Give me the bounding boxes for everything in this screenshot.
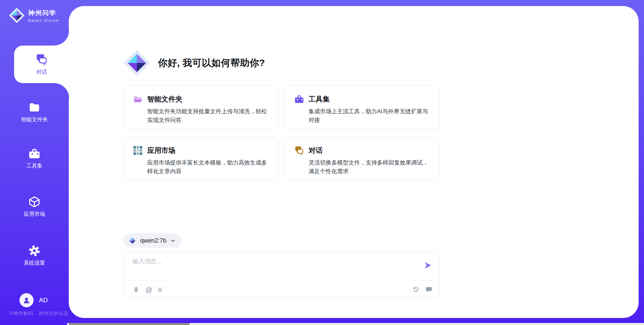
user-profile[interactable]: AD — [19, 293, 48, 307]
model-name: qwen2:7b — [140, 237, 166, 244]
chat-bubbles-icon — [294, 145, 304, 155]
app-subtitle: Smart Vision — [28, 18, 59, 22]
horizontal-scrollbar[interactable] — [67, 323, 644, 325]
toolbox-icon — [294, 94, 304, 104]
topic-button[interactable]: # — [158, 286, 162, 293]
app-title: 神州问学 — [28, 9, 59, 17]
toolbox-icon — [28, 147, 41, 160]
folder-icon — [28, 101, 41, 114]
sidebar-item-label: 应用市场 — [24, 211, 45, 218]
card-smart-folders[interactable]: 智能文件夹 智能文件夹功能支持批量文件上传与清洗，轻松实现文件问答 — [123, 85, 278, 129]
sidebar-item-chat[interactable]: 对话 — [14, 46, 69, 83]
sidebar-item-system-settings[interactable]: 系统设置 — [0, 245, 69, 273]
mention-button[interactable]: @ — [145, 286, 152, 293]
card-description: 集成市场上主流工具，助力AI与外界无缝扩展与对接 — [309, 107, 431, 125]
active-tab-bottom-curve — [54, 83, 69, 98]
message-input[interactable] — [132, 257, 411, 277]
app-logo: 神州问学 Smart Vision — [9, 7, 59, 23]
history-clock-icon — [413, 286, 420, 293]
app-screen: 神州问学 Smart Vision 对话 智能文件夹 工具集 应用市场 系统设置 — [0, 0, 644, 325]
at-icon: @ — [145, 286, 152, 293]
chat-bubbles-icon — [35, 53, 48, 66]
user-name: AD — [39, 297, 48, 304]
copyright-text: ©神州数码 · 神州问学出品 — [9, 311, 69, 317]
scrollbar-thumb[interactable] — [69, 323, 190, 325]
paperclip-icon — [132, 286, 140, 293]
card-app-market[interactable]: 应用市场 应用市场提供丰富长文本模板，助力高效生成多样化文章内容 — [123, 137, 278, 181]
sidebar-item-smart-folders[interactable]: 智能文件夹 — [0, 101, 69, 130]
send-button[interactable] — [424, 261, 432, 270]
app-grid-icon — [133, 145, 143, 155]
user-icon — [22, 296, 31, 305]
greeting-text: 你好, 我可以如何帮助你? — [158, 57, 265, 69]
sidebar: 神州问学 Smart Vision 对话 智能文件夹 工具集 应用市场 系统设置 — [0, 0, 69, 325]
sidebar-item-app-market[interactable]: 应用市场 — [0, 196, 69, 224]
sidebar-item-toolset[interactable]: 工具集 — [0, 147, 69, 176]
message-composer: @ # — [123, 252, 440, 298]
card-description: 灵活切换多模型文件，支持多样回复效果调试，满足个性化需求 — [309, 158, 431, 176]
cube-icon — [28, 196, 41, 208]
conversation-list-button[interactable] — [425, 286, 432, 293]
send-icon — [424, 261, 432, 270]
sidebar-item-label: 对话 — [36, 69, 47, 76]
card-title: 工具集 — [309, 94, 330, 104]
attach-file-button[interactable] — [132, 286, 140, 293]
folder-open-icon — [133, 94, 143, 104]
sidebar-item-label: 系统设置 — [24, 260, 45, 267]
chevron-down-icon — [170, 238, 176, 244]
greeting-gem-icon — [123, 49, 151, 77]
card-chat[interactable]: 对话 灵活切换多模型文件，支持多样回复效果调试，满足个性化需求 — [284, 137, 440, 181]
card-title: 智能文件夹 — [147, 94, 182, 104]
chat-bubble-icon — [425, 286, 432, 293]
sidebar-item-label: 智能文件夹 — [21, 116, 48, 123]
card-title: 对话 — [309, 146, 323, 155]
card-description: 应用市场提供丰富长文本模板，助力高效生成多样化文章内容 — [147, 158, 269, 176]
sidebar-item-label: 工具集 — [26, 162, 43, 170]
composer-divider — [129, 280, 434, 280]
gear-icon — [28, 245, 41, 257]
avatar — [19, 293, 34, 307]
brand-gem-icon — [9, 7, 25, 23]
card-toolset[interactable]: 工具集 集成市场上主流工具，助力AI与外界无缝扩展与对接 — [284, 85, 440, 129]
model-gem-icon — [128, 236, 137, 245]
hash-icon: # — [158, 286, 162, 293]
feature-cards: 智能文件夹 智能文件夹功能支持批量文件上传与清洗，轻松实现文件问答 工具集 集成… — [123, 85, 440, 181]
greeting-header: 你好, 我可以如何帮助你? — [123, 49, 265, 77]
card-title: 应用市场 — [147, 146, 175, 155]
model-selector[interactable]: qwen2:7b — [123, 233, 181, 248]
active-tab-top-curve — [54, 30, 69, 46]
history-button[interactable] — [413, 286, 420, 293]
card-description: 智能文件夹功能支持批量文件上传与清洗，轻松实现文件问答 — [147, 107, 269, 125]
composer-toolbar: @ # — [132, 284, 432, 295]
